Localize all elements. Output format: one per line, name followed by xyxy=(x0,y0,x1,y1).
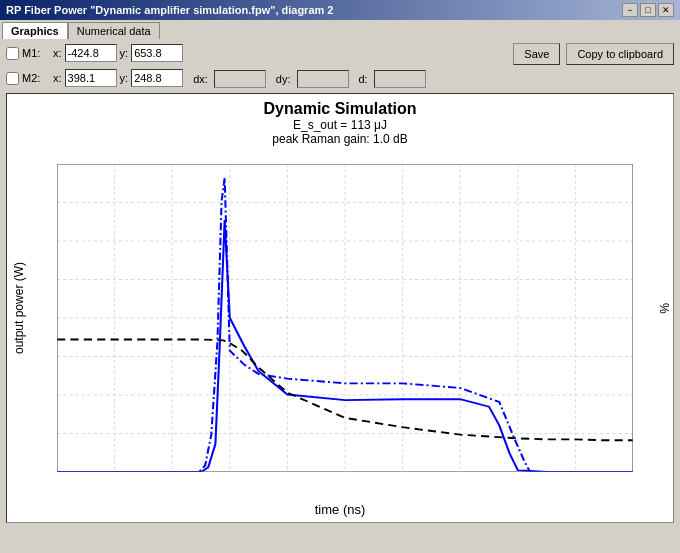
toolbar-row-1: M1: x: y: Save Copy to clipboard xyxy=(2,41,678,67)
tab-numerical-data[interactable]: Numerical data xyxy=(68,22,160,39)
marker-m2-row: M2: x: y: xyxy=(6,69,183,87)
marker-m1-row: M1: x: y: xyxy=(6,44,183,62)
dy-label: dy: xyxy=(276,73,291,85)
dy-input[interactable] xyxy=(297,70,349,88)
m2-y-label: y: xyxy=(120,72,129,84)
m1-label: M1: xyxy=(22,47,50,59)
x-axis-label: time (ns) xyxy=(315,502,366,517)
title-bar: RP Fiber Power "Dynamic amplifier simula… xyxy=(0,0,680,20)
m1-y-input[interactable] xyxy=(131,44,183,62)
m2-label: M2: xyxy=(22,72,50,84)
plot-area: Dynamic Simulation E_s_out = 113 μJ peak… xyxy=(6,93,674,523)
y-axis-label-right: % xyxy=(657,268,671,348)
m1-x-label: x: xyxy=(53,47,62,59)
m2-checkbox[interactable] xyxy=(6,72,19,85)
d-label: d: xyxy=(359,73,368,85)
m1-checkbox[interactable] xyxy=(6,47,19,60)
d-input[interactable] xyxy=(374,70,426,88)
plot-subtitle2: peak Raman gain: 1.0 dB xyxy=(7,132,673,146)
plot-subtitle1: E_s_out = 113 μJ xyxy=(7,118,673,132)
copy-clipboard-button[interactable]: Copy to clipboard xyxy=(566,43,674,65)
title-bar-buttons: − □ ✕ xyxy=(622,3,674,17)
m2-y-input[interactable] xyxy=(131,69,183,87)
window-body: Graphics Numerical data M1: x: y: Save C… xyxy=(0,20,680,527)
close-button[interactable]: ✕ xyxy=(658,3,674,17)
minimize-button[interactable]: − xyxy=(622,3,638,17)
plot-title: Dynamic Simulation xyxy=(7,94,673,118)
save-button[interactable]: Save xyxy=(513,43,560,65)
window-title: RP Fiber Power "Dynamic amplifier simula… xyxy=(6,4,333,16)
m2-x-label: x: xyxy=(53,72,62,84)
m2-x-input[interactable] xyxy=(65,69,117,87)
dx-label: dx: xyxy=(193,73,208,85)
y-axis-label-left: output power (W) xyxy=(12,258,26,358)
tab-graphics[interactable]: Graphics xyxy=(2,22,68,39)
chart-svg: -1000 -800 -600 -400 -200 0 200 400 600 … xyxy=(57,164,633,472)
maximize-button[interactable]: □ xyxy=(640,3,656,17)
dx-input[interactable] xyxy=(214,70,266,88)
toolbar-row-2: M2: x: y: dx: dy: d: xyxy=(2,67,678,91)
tab-bar: Graphics Numerical data xyxy=(2,22,678,39)
m1-y-label: y: xyxy=(120,47,129,59)
m1-x-input[interactable] xyxy=(65,44,117,62)
chart-container: -1000 -800 -600 -400 -200 0 200 400 600 … xyxy=(57,164,633,472)
